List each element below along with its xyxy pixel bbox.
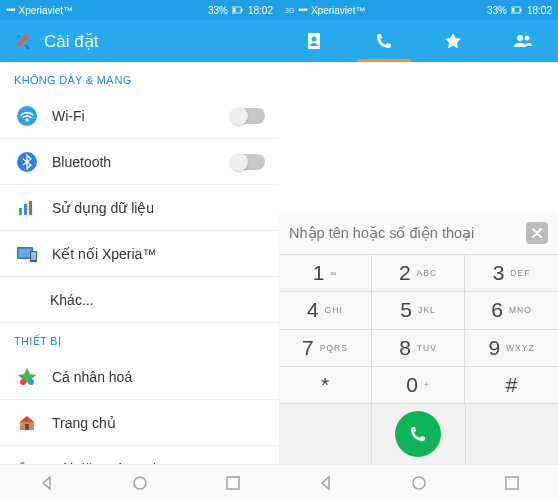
- battery-label: 33%: [487, 5, 507, 16]
- dialer-tabs: [279, 20, 558, 62]
- dialer-screen: 3G •••• Xperiaviet™ 33% 18:02 1∞2ABC3DEF…: [279, 0, 558, 500]
- row-data-usage[interactable]: Sử dụng dữ liệu: [0, 185, 279, 231]
- svg-point-29: [525, 36, 530, 41]
- dialer-content: 1∞2ABC3DEF4GHI5JKL6MNO7PQRS8TUV9WXYZ*0+#: [279, 62, 558, 464]
- key-2[interactable]: 2ABC: [372, 255, 465, 292]
- key-5[interactable]: 5JKL: [372, 292, 465, 329]
- call-cell: [372, 404, 465, 464]
- key-letters: MNO: [509, 305, 532, 315]
- svg-rect-9: [19, 248, 32, 257]
- label-home: Trang chủ: [52, 415, 265, 431]
- row-xperia[interactable]: Kết nối Xperia™: [0, 231, 279, 277]
- call-button[interactable]: [395, 411, 441, 457]
- key-7[interactable]: 7PQRS: [279, 330, 372, 367]
- key-0[interactable]: 0+: [372, 367, 465, 404]
- time-label: 18:02: [527, 5, 552, 16]
- phone-icon: [14, 456, 40, 465]
- dialpad-bottom: [279, 404, 558, 464]
- key-6[interactable]: 6MNO: [465, 292, 558, 329]
- key-8[interactable]: 8TUV: [372, 330, 465, 367]
- row-personalize[interactable]: Cá nhân hoá: [0, 354, 279, 400]
- bottom-left: [279, 404, 372, 464]
- svg-point-27: [311, 37, 316, 42]
- search-input[interactable]: [289, 225, 526, 241]
- svg-rect-1: [233, 8, 236, 12]
- settings-title: Cài đặt: [44, 31, 98, 52]
- tab-contacts[interactable]: [279, 20, 349, 62]
- key-letters: PQRS: [320, 343, 348, 353]
- label-personalize: Cá nhân hoá: [52, 369, 265, 385]
- back-icon[interactable]: [311, 468, 341, 498]
- clear-button[interactable]: [526, 222, 548, 244]
- svg-rect-14: [25, 424, 29, 430]
- label-data: Sử dụng dữ liệu: [52, 200, 265, 216]
- signal-dots-icon: ••••: [298, 5, 307, 15]
- tab-groups[interactable]: [488, 20, 558, 62]
- key-letters: JKL: [418, 305, 436, 315]
- svg-rect-24: [512, 8, 515, 12]
- back-icon[interactable]: [32, 468, 62, 498]
- key-number: 0: [406, 373, 418, 397]
- svg-rect-11: [31, 252, 36, 260]
- home-nav-icon[interactable]: [125, 468, 155, 498]
- toggle-wifi[interactable]: [231, 108, 265, 124]
- svg-point-30: [413, 477, 425, 489]
- key-3[interactable]: 3DEF: [465, 255, 558, 292]
- recent-icon[interactable]: [497, 468, 527, 498]
- battery-label: 33%: [208, 5, 228, 16]
- home-nav-icon[interactable]: [404, 468, 434, 498]
- key-*[interactable]: *: [279, 367, 372, 404]
- key-letters: ∞: [330, 268, 337, 278]
- section-device: THIẾT BỊ: [0, 323, 279, 354]
- svg-point-13: [28, 379, 34, 385]
- key-9[interactable]: 9WXYZ: [465, 330, 558, 367]
- tab-favorites[interactable]: [419, 20, 489, 62]
- settings-screen: •••• Xperiaviet™ 33% 18:02 Cài đặt KHÔNG…: [0, 0, 279, 500]
- svg-rect-6: [24, 204, 27, 215]
- time-label: 18:02: [248, 5, 273, 16]
- key-#[interactable]: #: [465, 367, 558, 404]
- nav-bar: [0, 464, 279, 500]
- section-wireless: KHÔNG DÂY & MẠNG: [0, 62, 279, 93]
- network-type: 3G: [285, 7, 294, 14]
- bluetooth-icon: [14, 149, 40, 175]
- personalize-icon: [14, 364, 40, 390]
- status-bar: 3G •••• Xperiaviet™ 33% 18:02: [279, 0, 558, 20]
- row-more[interactable]: Khác...: [0, 277, 279, 323]
- recent-icon[interactable]: [218, 468, 248, 498]
- svg-rect-31: [506, 477, 518, 489]
- row-wifi[interactable]: Wi-Fi: [0, 93, 279, 139]
- svg-rect-2: [241, 9, 243, 12]
- label-more: Khác...: [50, 292, 265, 308]
- settings-list[interactable]: KHÔNG DÂY & MẠNG Wi-Fi Bluetooth Sử dụng…: [0, 62, 279, 464]
- svg-point-12: [20, 379, 26, 385]
- recent-area: [279, 62, 558, 211]
- row-bluetooth[interactable]: Bluetooth: [0, 139, 279, 185]
- tab-dialer[interactable]: [349, 20, 419, 62]
- key-letters: GHI: [325, 305, 343, 315]
- battery-icon: [511, 6, 523, 14]
- bottom-right: [466, 404, 558, 464]
- row-home[interactable]: Trang chủ: [0, 400, 279, 446]
- svg-rect-5: [19, 208, 22, 215]
- toggle-bluetooth[interactable]: [231, 154, 265, 170]
- key-number: #: [506, 373, 518, 397]
- signal-dots-icon: ••••: [6, 5, 15, 15]
- data-usage-icon: [14, 195, 40, 221]
- label-xperia: Kết nối Xperia™: [52, 246, 265, 262]
- svg-point-28: [517, 35, 523, 41]
- key-letters: ABC: [417, 268, 437, 278]
- key-4[interactable]: 4GHI: [279, 292, 372, 329]
- key-number: 5: [400, 298, 412, 322]
- svg-rect-25: [520, 9, 522, 12]
- key-letters: TUV: [417, 343, 437, 353]
- svg-rect-7: [29, 201, 32, 215]
- row-call-settings[interactable]: Cài đặt cuộc gọi: [0, 446, 279, 464]
- key-number: 6: [491, 298, 503, 322]
- svg-rect-22: [227, 477, 239, 489]
- wifi-icon: [14, 103, 40, 129]
- svg-point-21: [134, 477, 146, 489]
- key-1[interactable]: 1∞: [279, 255, 372, 292]
- tools-icon: [12, 30, 34, 52]
- key-number: 9: [488, 336, 500, 360]
